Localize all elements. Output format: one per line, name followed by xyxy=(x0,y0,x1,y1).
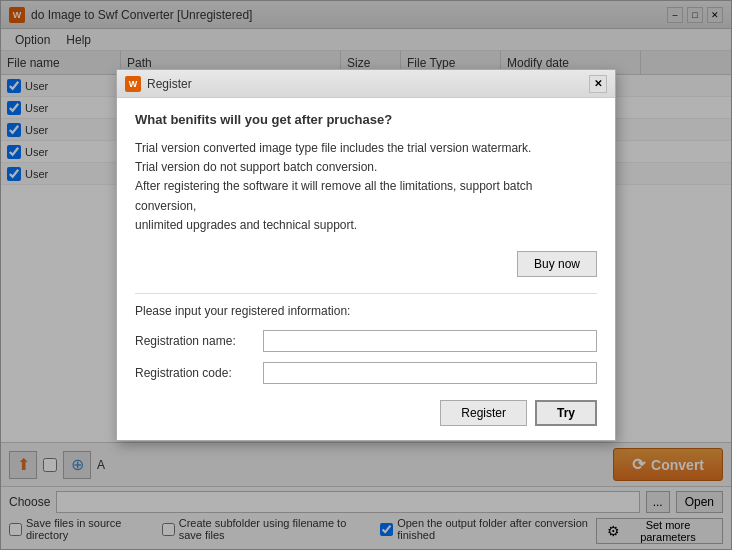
try-button[interactable]: Try xyxy=(535,400,597,426)
dialog-title-left: W Register xyxy=(125,76,192,92)
dialog-question: What benifits will you get after pruchas… xyxy=(135,112,597,127)
reg-name-row: Registration name: xyxy=(135,330,597,352)
reg-code-label: Registration code: xyxy=(135,366,255,380)
dialog-logo-icon: W xyxy=(125,76,141,92)
reg-code-input[interactable] xyxy=(263,362,597,384)
dialog-body: What benifits will you get after pruchas… xyxy=(117,98,615,440)
buy-now-area: Buy now xyxy=(135,251,597,277)
dialog-title-bar: W Register ✕ xyxy=(117,70,615,98)
dialog-close-button[interactable]: ✕ xyxy=(589,75,607,93)
reg-code-row: Registration code: xyxy=(135,362,597,384)
register-dialog: W Register ✕ What benifits will you get … xyxy=(116,69,616,441)
dialog-footer: Register Try xyxy=(135,400,597,426)
reg-info-label: Please input your registered information… xyxy=(135,304,597,318)
reg-name-input[interactable] xyxy=(263,330,597,352)
modal-overlay: W Register ✕ What benifits will you get … xyxy=(0,0,732,550)
dialog-info: Trial version converted image type file … xyxy=(135,139,597,235)
buy-now-button[interactable]: Buy now xyxy=(517,251,597,277)
dialog-title-text: Register xyxy=(147,77,192,91)
dialog-divider xyxy=(135,293,597,294)
register-button[interactable]: Register xyxy=(440,400,527,426)
reg-name-label: Registration name: xyxy=(135,334,255,348)
